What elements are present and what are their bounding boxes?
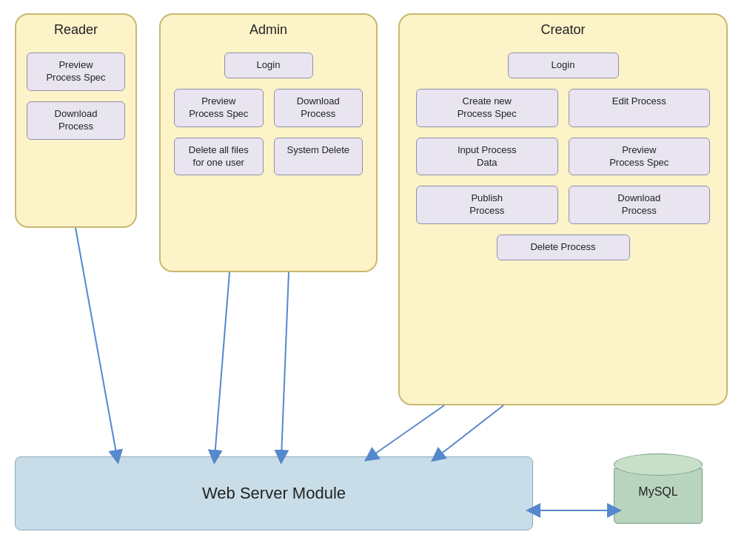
creator-edit-btn[interactable]: Edit Process xyxy=(569,89,711,127)
reader-download-btn[interactable]: DownloadProcess xyxy=(27,101,125,140)
webserver-box: Web Server Module xyxy=(15,456,533,530)
webserver-label: Web Server Module xyxy=(202,484,346,503)
admin-delete-files-btn[interactable]: Delete all filesfor one user xyxy=(174,138,264,176)
creator-arrow1 xyxy=(370,405,444,457)
admin-actions: Login PreviewProcess Spec DownloadProces… xyxy=(161,45,376,183)
reader-title: Reader xyxy=(16,15,135,38)
creator-box: Creator Login Create newProcess Spec Edi… xyxy=(398,13,728,405)
reader-arrow xyxy=(76,228,117,457)
diagram-container: Reader PreviewProcess Spec DownloadProce… xyxy=(0,0,747,560)
creator-actions: Login Create newProcess Spec Edit Proces… xyxy=(400,45,726,268)
mysql-label: MySQL xyxy=(638,485,677,499)
mysql-cylinder: MySQL xyxy=(614,453,703,524)
cylinder-top xyxy=(614,453,703,476)
admin-system-delete-btn[interactable]: System Delete xyxy=(274,138,364,176)
creator-create-btn[interactable]: Create newProcess Spec xyxy=(416,89,558,127)
mysql-container: MySQL xyxy=(610,448,706,529)
admin-title: Admin xyxy=(161,15,376,38)
admin-arrow2 xyxy=(281,272,289,457)
admin-preview-btn[interactable]: PreviewProcess Spec xyxy=(174,89,264,127)
admin-box: Admin Login PreviewProcess Spec Download… xyxy=(159,13,378,272)
creator-title: Creator xyxy=(400,15,726,38)
creator-arrow2 xyxy=(437,405,503,457)
creator-publish-btn[interactable]: PublishProcess xyxy=(416,186,558,224)
reader-box: Reader PreviewProcess Spec DownloadProce… xyxy=(15,13,137,228)
creator-login-btn[interactable]: Login xyxy=(508,53,619,78)
admin-download-btn[interactable]: DownloadProcess xyxy=(274,89,364,127)
admin-login-btn[interactable]: Login xyxy=(224,53,313,78)
reader-preview-btn[interactable]: PreviewProcess Spec xyxy=(27,53,125,91)
creator-download-btn[interactable]: DownloadProcess xyxy=(569,186,711,224)
creator-delete-btn[interactable]: Delete Process xyxy=(497,235,630,260)
creator-input-btn[interactable]: Input ProcessData xyxy=(416,138,558,176)
reader-actions: PreviewProcess Spec DownloadProcess xyxy=(16,45,135,147)
admin-arrow1 xyxy=(215,272,230,457)
creator-preview-btn[interactable]: PreviewProcess Spec xyxy=(569,138,711,176)
